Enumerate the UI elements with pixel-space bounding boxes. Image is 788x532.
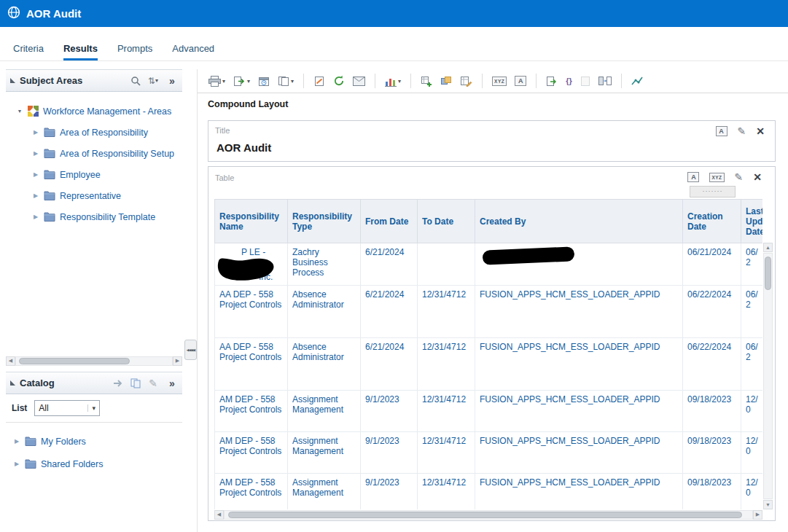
column-header-last-updated-date[interactable]: Last Updated Date [741, 200, 763, 243]
cell-responsibility-name: AA DEP - 558 Project Controls [215, 286, 288, 338]
new-view-button[interactable]: ▾ [383, 74, 402, 88]
column-header-to-date[interactable]: To Date [418, 200, 475, 243]
advanced-options-button[interactable] [630, 74, 644, 87]
cell-to-date: 12/31/4712 [418, 391, 475, 432]
v-scroll-thumb[interactable] [765, 257, 771, 290]
caret-collapsed-icon[interactable]: ▶ [32, 171, 39, 178]
tree-item-shared-folders[interactable]: ▶ Shared Folders [6, 453, 182, 475]
column-header-creation-date[interactable]: Creation Date [683, 200, 741, 243]
tab-results[interactable]: Results [63, 43, 98, 60]
table-row: AA DEP - 558 Project Controls Absence Ad… [215, 338, 763, 391]
format-container-icon[interactable]: A [687, 172, 699, 182]
tab-prompts[interactable]: Prompts [117, 43, 152, 60]
clear-formatting-button[interactable] [579, 74, 592, 88]
cell-from-date: 6/21/2024 [361, 286, 418, 338]
table-toolbar-handle[interactable]: ······· [690, 186, 736, 197]
scroll-left-icon[interactable]: ◀ [6, 356, 15, 366]
tree-root-workforce-management[interactable]: ▼ Workforce Management - Areas [6, 101, 182, 122]
apply-formatting-button[interactable]: {} [564, 75, 574, 87]
remove-view-icon[interactable]: ✕ [753, 171, 762, 183]
xyz-icon[interactable]: XYZ [709, 173, 724, 182]
export-button[interactable]: ▾ [232, 74, 251, 88]
scroll-down-icon[interactable]: ▼ [763, 500, 773, 509]
folder-icon [44, 212, 55, 222]
edit-view-icon[interactable]: ✎ [738, 125, 746, 137]
collapse-pane-icon[interactable] [10, 78, 15, 83]
cell-created-by: FUSION_APPS_HCM_ESS_LOADER_APPID [475, 432, 683, 474]
table-view-label: Table [215, 173, 234, 182]
tree-item-employee[interactable]: ▶ Employee [6, 164, 182, 185]
edit-view-icon[interactable]: ✎ [735, 171, 744, 183]
page-title: AOR Audit [26, 7, 81, 20]
scroll-up-icon[interactable]: ▲ [763, 243, 773, 252]
search-icon[interactable] [130, 76, 141, 86]
compare-layout-button[interactable] [597, 74, 613, 87]
h-scroll-thumb[interactable] [228, 512, 742, 518]
column-header-responsibility-name[interactable]: Responsibility Name [215, 200, 288, 243]
caret-collapsed-icon[interactable]: ▶ [32, 192, 39, 199]
tree-item-representative[interactable]: ▶ Representative [6, 185, 182, 206]
table-header-row: Responsibility Name Responsibility Type … [215, 200, 763, 243]
copy-button[interactable]: ▾ [276, 74, 295, 88]
tab-advanced[interactable]: Advanced [172, 43, 214, 60]
caret-collapsed-icon[interactable]: ▶ [32, 150, 39, 157]
panel-splitter-handle[interactable]: ◀◀◀◀ [184, 340, 197, 360]
schedule-button[interactable] [257, 74, 271, 88]
import-formatting-button[interactable] [312, 74, 327, 88]
new-calculated-item-button[interactable] [459, 74, 474, 88]
pane-menu-chevrons-icon[interactable]: » [166, 75, 178, 87]
obiee-analysis-editor: AOR Audit Criteria Results Prompts Advan… [0, 0, 788, 532]
tree-item-area-of-responsibility[interactable]: ▶ Area of Responsibility [6, 122, 182, 143]
email-button[interactable] [351, 75, 367, 87]
caret-collapsed-icon[interactable]: ▶ [32, 214, 39, 220]
cell-created-by: FUSION_APPS_HCM_ESS_LOADER_APPID [475, 286, 683, 338]
print-button[interactable]: ▾ [207, 74, 227, 88]
h-scroll-thumb[interactable] [19, 358, 130, 364]
tree-item-my-folders[interactable]: ▶ My Folders [6, 430, 182, 453]
column-header-created-by[interactable]: Created By [475, 200, 683, 243]
collapse-pane-icon[interactable] [10, 380, 15, 386]
scroll-left-icon[interactable]: ◀ [214, 510, 224, 520]
tab-criteria[interactable]: Criteria [13, 43, 44, 60]
table-view-actions: A XYZ ✎ ✕ [687, 171, 762, 183]
cell-last-updated-date: 12/0 [741, 391, 763, 432]
globe-icon [7, 6, 20, 21]
remove-view-icon[interactable]: ✕ [756, 125, 765, 137]
cell-creation-date: 09/18/2023 [683, 391, 741, 432]
tree-item-area-of-responsibility-setup[interactable]: ▶ Area of Responsibility Setup [6, 143, 182, 164]
caret-collapsed-icon[interactable]: ▶ [32, 129, 39, 136]
caret-collapsed-icon[interactable]: ▶ [13, 438, 20, 445]
tree-item-label: Employee [60, 170, 101, 180]
format-container-button[interactable]: A [513, 74, 528, 87]
pane-menu-chevrons-icon[interactable]: » [166, 378, 178, 389]
new-calculated-measure-button[interactable] [419, 74, 434, 88]
open-arrow-icon[interactable] [112, 379, 124, 388]
list-dropdown[interactable]: All ▾ [34, 400, 100, 416]
refresh-button[interactable] [332, 74, 346, 88]
results-toolbar: ▾ ▾ ▾ ▾ [198, 69, 788, 93]
subject-areas-header: Subject Areas ⇅ ▾ » [6, 69, 182, 92]
format-container-icon[interactable]: A [716, 126, 727, 136]
table-v-scrollbar: ▲ ▼ [762, 243, 773, 509]
selection-steps-button[interactable]: XYZ [491, 75, 508, 87]
caret-expanded-icon[interactable]: ▼ [16, 109, 23, 114]
cell-creation-date: 06/22/2024 [683, 338, 741, 391]
folder-icon [44, 170, 55, 179]
tree-item-label: Area of Responsibility [60, 128, 148, 138]
column-header-from-date[interactable]: From Date [361, 200, 418, 243]
column-header-responsibility-type[interactable]: Responsibility Type [288, 200, 361, 243]
cell-from-date: 6/21/2024 [361, 338, 418, 391]
caret-collapsed-icon[interactable]: ▶ [13, 461, 20, 467]
dropdown-icon: ▾ [291, 78, 294, 85]
edit-icon[interactable]: ✎ [147, 378, 159, 389]
copy-formatting-button[interactable] [545, 74, 559, 88]
sort-icon[interactable]: ⇅ ▾ [147, 76, 159, 86]
cell-responsibility-type: Absence Administrator [288, 338, 361, 391]
scroll-right-icon[interactable]: ▶ [173, 356, 182, 366]
tree-item-responsibility-template[interactable]: ▶ Responsibility Template [6, 206, 182, 227]
scroll-right-icon[interactable]: ▶ [753, 510, 762, 520]
copy-object-icon[interactable] [130, 378, 141, 388]
table-row: AA DEP - 558 Project Controls Absence Ad… [215, 286, 763, 338]
new-group-button[interactable] [439, 74, 453, 88]
sort-glyph: ⇅ [148, 76, 155, 86]
